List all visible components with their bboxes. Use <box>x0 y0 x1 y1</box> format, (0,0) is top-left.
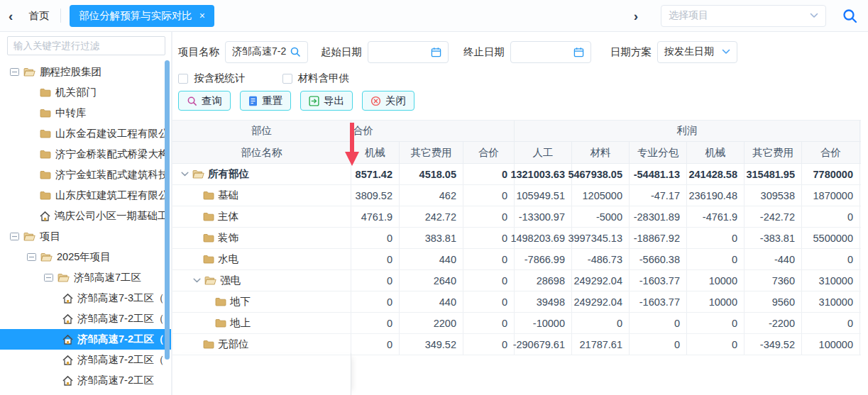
value-cell: 0 <box>463 249 515 269</box>
calendar-icon[interactable] <box>573 47 584 57</box>
sidebar-item-label: 济邹高速7-2工区 <box>77 374 154 387</box>
value-cell: 0 <box>572 313 630 333</box>
value-cell: 9560 <box>745 291 802 312</box>
table-row[interactable]: 水电04400-7866.99-486.73-5660.380-4400 <box>172 249 861 270</box>
value-cell: 28698 <box>515 270 572 291</box>
table-row[interactable]: 基础3809.524620105949.511205000-47.1723619… <box>172 185 861 206</box>
chevron-down-icon <box>722 49 730 55</box>
reset-button[interactable]: 重置 <box>240 91 291 111</box>
expander-icon[interactable] <box>10 233 19 240</box>
expander-icon[interactable] <box>44 274 53 282</box>
project-select[interactable]: 选择项目 <box>661 5 826 27</box>
group-header-total-price[interactable]: 合价 <box>351 121 515 141</box>
start-date-input[interactable] <box>368 41 449 63</box>
checkbox-material[interactable]: 材料含甲供 <box>282 72 350 85</box>
sidebar-tree-item[interactable]: 项目 <box>0 226 171 247</box>
expander-icon[interactable] <box>10 68 19 76</box>
tab-close-icon[interactable]: × <box>199 11 205 21</box>
sidebar-tree-item[interactable]: 济邹高速7-2工区（ <box>0 350 171 370</box>
column-header[interactable]: 材料 <box>572 142 630 163</box>
sidebar-tree-item[interactable]: 山东金石建设工程有限公 <box>0 123 171 144</box>
group-header-part[interactable]: 部位 <box>172 121 351 141</box>
tab-active[interactable]: 部位分解预算与实际对比 × <box>70 5 214 27</box>
sidebar-tree-item[interactable]: 中转库 <box>0 103 171 123</box>
part-name-cell: 地上 <box>172 313 351 333</box>
column-header[interactable]: 合价 <box>463 142 515 163</box>
value-cell: 0 <box>463 164 515 184</box>
expander-icon[interactable] <box>27 253 36 261</box>
sidebar-tree-item[interactable]: 济宁金虹装配式建筑科技 <box>0 165 171 185</box>
column-header[interactable]: 部位名称 <box>172 142 351 163</box>
table-row[interactable]: 无部位0349.520-290679.6121787.6100-349.5210… <box>172 334 861 355</box>
table-row[interactable]: 强电02640028698249292.04-1603.771000073603… <box>172 270 861 291</box>
sidebar-tree-item[interactable]: 济邹高速7-2工区（ <box>0 308 171 329</box>
value-cell: 242.72 <box>400 206 463 227</box>
tab-divider <box>60 9 61 23</box>
sidebar-item-label: 2025年项目 <box>57 250 111 264</box>
tab-active-label: 部位分解预算与实际对比 <box>79 9 192 23</box>
search-small-icon[interactable] <box>290 46 301 57</box>
value-cell: 4518.05 <box>400 164 463 184</box>
chevron-expand-icon[interactable] <box>193 278 201 283</box>
sidebar-tree-item[interactable]: 济邹高速7-2工区（ <box>0 329 171 350</box>
folder-open-icon <box>23 232 35 241</box>
checkbox-material-box[interactable] <box>282 74 292 84</box>
search-icon[interactable] <box>842 8 858 24</box>
column-header[interactable]: 机械 <box>351 142 400 163</box>
table-row[interactable]: 所有部位8571.424518.0501321003.635467938.05-… <box>172 164 861 185</box>
sidebar-scrollbar[interactable] <box>165 60 170 360</box>
house-icon <box>62 314 73 324</box>
sidebar-tree-item[interactable]: 济邹高速7-1工区（ <box>0 391 171 395</box>
column-header[interactable]: 合价 <box>802 142 860 163</box>
value-cell: 0 <box>463 206 515 227</box>
sidebar-tree-item[interactable]: 鸿庆公司小区一期基础工 <box>0 206 171 226</box>
folder-icon <box>203 340 214 349</box>
sidebar-tree-item[interactable]: 机关部门 <box>0 82 171 103</box>
value-cell: 0 <box>351 228 400 248</box>
sidebar-tree-item[interactable]: 鹏程控股集团 <box>0 62 171 82</box>
column-header[interactable]: 其它费用 <box>400 142 463 163</box>
checkbox-tax-box[interactable] <box>178 74 188 84</box>
value-cell: 0 <box>351 270 400 291</box>
value-cell: 0 <box>687 249 745 269</box>
table-row[interactable]: 主体4761.9242.720-13300.97-5000-28301.89-4… <box>172 206 861 228</box>
group-header-profit[interactable]: 利润 <box>515 121 860 141</box>
tab-home[interactable]: 首页 <box>27 9 60 23</box>
sidebar-tree-item[interactable]: 济邹高速7-2工区 <box>0 370 171 391</box>
sidebar-item-label: 中转库 <box>55 106 87 120</box>
sidebar-tree-item[interactable]: 济宁金桥装配式桥梁大构 <box>0 144 171 165</box>
checkbox-tax[interactable]: 按含税统计 <box>178 72 246 85</box>
sidebar-tree-item[interactable]: 2025年项目 <box>0 247 171 267</box>
calendar-icon[interactable] <box>431 47 441 57</box>
start-date-label: 起始日期 <box>321 45 362 59</box>
tree-filter-input[interactable] <box>7 36 165 55</box>
sidebar-tree-item[interactable]: 济邹高速7工区 <box>0 267 171 288</box>
value-cell: 0 <box>463 313 515 333</box>
sidebar-item-label: 济宁金虹装配式建筑科技 <box>55 168 169 182</box>
back-icon[interactable]: ‹ <box>9 9 13 23</box>
table-row[interactable]: 装饰0383.8101498203.693997345.13-18867.920… <box>172 228 861 249</box>
table-group-header-row: 部位 合价 利润 <box>172 120 861 142</box>
value-cell: 309538 <box>745 185 802 206</box>
folder-icon <box>203 255 214 264</box>
close-button[interactable]: 关闭 <box>362 91 414 111</box>
column-header[interactable]: 专业分包 <box>630 142 687 163</box>
query-button[interactable]: 查询 <box>178 91 231 111</box>
project-name-input[interactable]: 济邹高速7-2 <box>225 41 308 63</box>
table-row[interactable]: 地上022000-10000000-22000 <box>172 313 861 334</box>
export-button[interactable]: 导出 <box>300 91 353 111</box>
forward-icon[interactable]: › <box>634 9 638 23</box>
chevron-expand-icon[interactable] <box>181 172 189 177</box>
part-name-label: 装饰 <box>218 231 238 245</box>
date-scheme-select[interactable]: 按发生日期 <box>657 41 737 63</box>
sidebar-tree-item[interactable]: 济邹高速7-3工区（ <box>0 288 171 308</box>
end-date-input[interactable] <box>510 41 591 63</box>
table-row[interactable]: 地下0440039498249292.04-1603.7710000956031… <box>172 291 861 313</box>
value-cell: -242.72 <box>745 206 802 227</box>
column-header[interactable]: 机械 <box>687 142 745 163</box>
close-button-label: 关闭 <box>385 94 406 108</box>
sidebar-item-label: 济邹高速7工区 <box>74 271 141 284</box>
sidebar-tree-item[interactable]: 山东庆虹建筑工程有限公 <box>0 185 171 206</box>
column-header[interactable]: 其它费用 <box>745 142 802 163</box>
column-header[interactable]: 人工 <box>515 142 572 163</box>
